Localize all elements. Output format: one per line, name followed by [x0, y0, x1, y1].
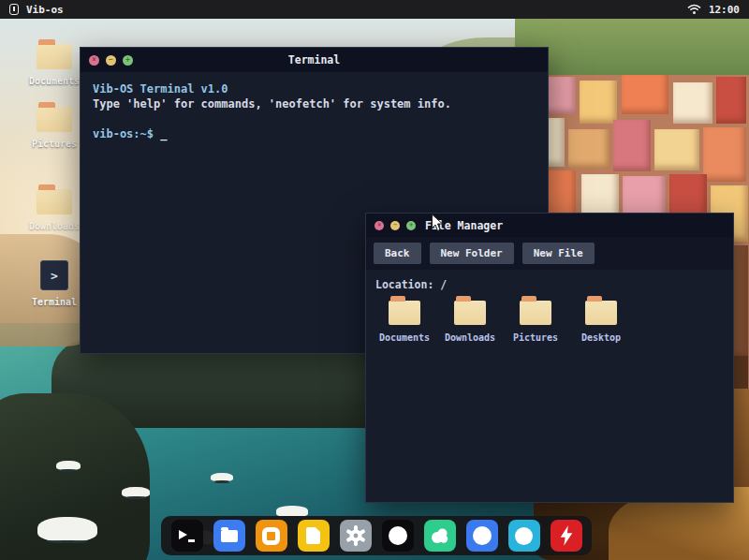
file-manager-titlebar[interactable]: × − + File Manager — [366, 214, 733, 237]
dock-browser-icon[interactable] — [466, 520, 498, 552]
terminal-prompt-glyph — [179, 530, 195, 542]
folder-icon — [520, 301, 551, 325]
square-glyph — [262, 527, 280, 545]
minimize-button[interactable]: − — [390, 221, 400, 230]
gear-glyph — [345, 524, 367, 547]
window-title: Terminal — [81, 53, 548, 66]
location-bar: Location: / — [366, 270, 733, 293]
dock — [161, 516, 592, 555]
boat — [56, 461, 81, 470]
dock-power-icon[interactable] — [551, 520, 582, 552]
terminal-output[interactable]: Vib-OS Terminal v1.0 Type 'help' for com… — [81, 72, 548, 151]
folder-icon — [37, 107, 72, 132]
dock-terminal-icon[interactable] — [171, 520, 203, 552]
terminal-prompt-line: vib-os:~$ _ — [93, 126, 536, 141]
folder-glyph — [221, 530, 238, 542]
blob-glyph — [430, 526, 450, 545]
close-button[interactable]: × — [374, 221, 384, 230]
folder-item-downloads[interactable]: Downloads — [437, 301, 503, 343]
folder-icon — [585, 301, 617, 325]
folder-item-pictures[interactable]: Pictures — [503, 301, 568, 343]
desktop-icon-label: Terminal — [32, 297, 77, 307]
maximize-button[interactable]: + — [406, 221, 416, 230]
new-folder-button[interactable]: New Folder — [430, 243, 514, 264]
document-glyph — [306, 527, 320, 544]
menubar-right: 12:00 — [687, 4, 740, 16]
circle-glyph — [515, 527, 533, 545]
folder-label: Documents — [379, 332, 430, 343]
desktop-icon-label: Documents — [29, 76, 80, 86]
dock-notes-icon[interactable] — [298, 520, 330, 552]
dock-files-icon[interactable] — [213, 520, 245, 552]
folder-icon — [454, 301, 486, 325]
folder-label: Downloads — [445, 332, 495, 343]
dock-git-icon[interactable] — [424, 520, 456, 552]
new-file-button[interactable]: New File — [522, 243, 595, 264]
dock-settings-icon[interactable] — [340, 520, 372, 552]
folder-item-desktop[interactable]: Desktop — [568, 301, 634, 343]
clock: 12:00 — [709, 4, 740, 16]
terminal-cursor: _ — [160, 127, 167, 140]
dock-messages-icon[interactable] — [508, 520, 540, 552]
back-button[interactable]: Back — [374, 243, 421, 264]
os-name: Vib-os — [26, 4, 64, 16]
os-logo-icon — [9, 4, 19, 15]
menubar: Vib-os 12:00 — [0, 0, 749, 19]
circle-glyph — [389, 526, 407, 545]
boat — [122, 487, 150, 497]
folder-label: Pictures — [513, 332, 558, 343]
dock-store-icon[interactable] — [256, 520, 287, 552]
file-manager-toolbar: Back New Folder New File — [366, 237, 733, 270]
mouse-cursor — [431, 214, 444, 232]
terminal-titlebar[interactable]: × − + Terminal — [81, 48, 548, 72]
window-controls: × − + — [374, 221, 416, 230]
wifi-icon — [687, 4, 701, 15]
folder-item-documents[interactable]: Documents — [372, 301, 437, 343]
dock-camera-icon[interactable] — [382, 520, 414, 552]
terminal-help-line: Type 'help' for commands, 'neofetch' for… — [93, 96, 536, 111]
folder-icon — [37, 44, 72, 69]
terminal-icon: > — [40, 260, 68, 290]
boat — [211, 473, 233, 481]
folder-icon — [37, 189, 72, 214]
boat — [37, 517, 97, 541]
folder-grid: Documents Downloads Pictures Desktop — [366, 293, 733, 350]
menubar-left[interactable]: Vib-os — [9, 4, 64, 16]
file-manager-window: × − + File Manager Back New Folder New F… — [365, 213, 734, 503]
circle-glyph — [473, 526, 492, 545]
terminal-banner: Vib-OS Terminal v1.0 — [93, 81, 536, 96]
lightning-bolt-glyph — [558, 523, 575, 548]
folder-label: Desktop — [581, 332, 621, 343]
terminal-prompt: vib-os:~$ — [93, 127, 154, 140]
desktop-icon-label: Downloads — [29, 221, 80, 231]
folder-icon — [389, 301, 420, 325]
desktop-icon-label: Pictures — [32, 139, 77, 149]
desktop-screen: Vib-os 12:00 Documents Pictures Download… — [0, 0, 749, 560]
